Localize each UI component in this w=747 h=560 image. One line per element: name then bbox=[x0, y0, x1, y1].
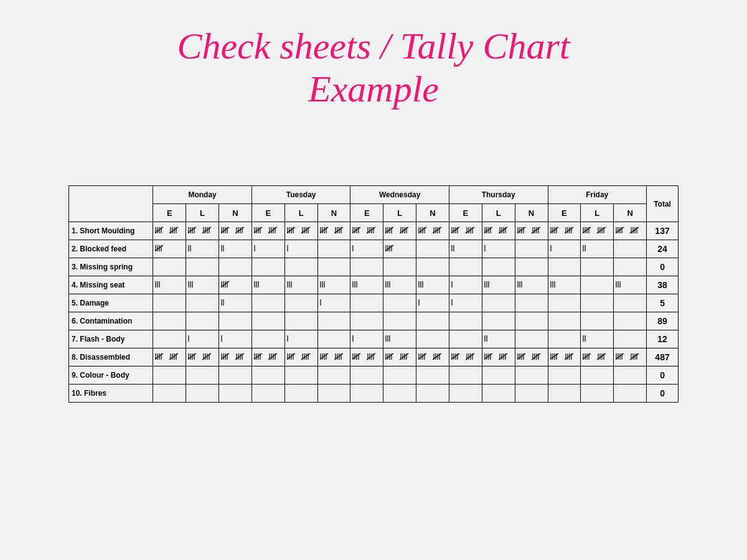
tally-cell bbox=[383, 312, 416, 330]
shift-header: L bbox=[482, 204, 515, 222]
tally-cell bbox=[482, 294, 515, 312]
tally-cell bbox=[581, 240, 614, 258]
table-row: 1. Short Moulding137 bbox=[69, 222, 679, 240]
tally-cell bbox=[251, 385, 284, 403]
tally-cell bbox=[515, 330, 548, 348]
tally-cell bbox=[416, 385, 449, 403]
tally-cell bbox=[284, 276, 317, 294]
tally-cell bbox=[317, 258, 350, 276]
shift-header: E bbox=[251, 204, 284, 222]
row-label: 7. Flash - Body bbox=[69, 330, 153, 348]
tally-cell bbox=[350, 222, 383, 240]
tally-cell bbox=[383, 330, 416, 348]
tally-cell bbox=[548, 385, 581, 403]
tally-cell bbox=[383, 222, 416, 240]
tally-cell bbox=[548, 312, 581, 330]
row-label: 8. Disassembled bbox=[69, 348, 153, 366]
tally-cell bbox=[416, 258, 449, 276]
tally-cell bbox=[218, 222, 251, 240]
tally-cell bbox=[482, 312, 515, 330]
tally-cell bbox=[548, 276, 581, 294]
shift-header: E bbox=[449, 204, 482, 222]
tally-cell bbox=[515, 366, 548, 385]
tally-cell bbox=[614, 222, 647, 240]
tally-chart-table-wrap: Monday Tuesday Wednesday Thursday Friday… bbox=[68, 185, 679, 403]
total-header: Total bbox=[647, 186, 679, 222]
day-header: Friday bbox=[548, 186, 647, 204]
tally-cell bbox=[416, 276, 449, 294]
tally-cell bbox=[251, 312, 284, 330]
tally-cell bbox=[614, 312, 647, 330]
tally-cell bbox=[581, 222, 614, 240]
table-row: 9. Colour - Body0 bbox=[69, 366, 679, 385]
tally-cell bbox=[515, 385, 548, 403]
tally-cell bbox=[251, 222, 284, 240]
tally-cell bbox=[614, 240, 647, 258]
tally-cell bbox=[153, 312, 186, 330]
shift-header: N bbox=[218, 204, 251, 222]
tally-cell bbox=[317, 240, 350, 258]
tally-cell bbox=[317, 294, 350, 312]
tally-cell bbox=[416, 366, 449, 385]
shift-header: L bbox=[186, 204, 219, 222]
tally-cell bbox=[383, 240, 416, 258]
tally-cell bbox=[548, 222, 581, 240]
row-label: 2. Blocked feed bbox=[69, 240, 153, 258]
tally-cell bbox=[416, 348, 449, 366]
tally-cell bbox=[186, 312, 219, 330]
tally-cell bbox=[449, 258, 482, 276]
tally-cell bbox=[317, 330, 350, 348]
row-total: 0 bbox=[647, 258, 679, 276]
header-shift-row: ELNELNELNELNELN bbox=[69, 204, 679, 222]
tally-cell bbox=[482, 276, 515, 294]
tally-cell bbox=[548, 240, 581, 258]
tally-cell bbox=[251, 240, 284, 258]
table-row: 4. Missing seat38 bbox=[69, 276, 679, 294]
tally-cell bbox=[284, 222, 317, 240]
tally-cell bbox=[350, 330, 383, 348]
tally-cell bbox=[153, 276, 186, 294]
tally-cell bbox=[515, 294, 548, 312]
tally-cell bbox=[251, 294, 284, 312]
tally-cell bbox=[482, 330, 515, 348]
tally-cell bbox=[482, 348, 515, 366]
tally-cell bbox=[153, 385, 186, 403]
tally-cell bbox=[548, 366, 581, 385]
row-total: 24 bbox=[647, 240, 679, 258]
tally-cell bbox=[482, 385, 515, 403]
tally-cell bbox=[581, 366, 614, 385]
tally-cell bbox=[614, 330, 647, 348]
table-row: 2. Blocked feed24 bbox=[69, 240, 679, 258]
tally-cell bbox=[153, 240, 186, 258]
tally-cell bbox=[383, 366, 416, 385]
shift-header: L bbox=[383, 204, 416, 222]
shift-header: E bbox=[350, 204, 383, 222]
tally-cell bbox=[449, 330, 482, 348]
tally-cell bbox=[482, 258, 515, 276]
page-title: Check sheets / Tally Chart Example bbox=[93, 25, 654, 111]
tally-cell bbox=[218, 348, 251, 366]
tally-cell bbox=[449, 276, 482, 294]
title-line-1: Check sheets / Tally Chart bbox=[177, 26, 570, 67]
slide: Check sheets / Tally Chart Example Monda… bbox=[0, 0, 747, 560]
tally-cell bbox=[350, 240, 383, 258]
tally-cell bbox=[416, 312, 449, 330]
tally-cell bbox=[581, 294, 614, 312]
table-row: 3. Missing spring0 bbox=[69, 258, 679, 276]
tally-cell bbox=[317, 222, 350, 240]
shift-header: L bbox=[284, 204, 317, 222]
tally-cell bbox=[218, 312, 251, 330]
tally-cell bbox=[383, 276, 416, 294]
tally-cell bbox=[186, 240, 219, 258]
tally-cell bbox=[614, 366, 647, 385]
tally-cell bbox=[449, 366, 482, 385]
tally-cell bbox=[548, 330, 581, 348]
tally-cell bbox=[515, 222, 548, 240]
row-total: 487 bbox=[647, 348, 679, 366]
tally-cell bbox=[317, 348, 350, 366]
tally-cell bbox=[186, 385, 219, 403]
day-header: Monday bbox=[153, 186, 252, 204]
tally-cell bbox=[614, 348, 647, 366]
tally-cell bbox=[515, 258, 548, 276]
tally-cell bbox=[482, 366, 515, 385]
